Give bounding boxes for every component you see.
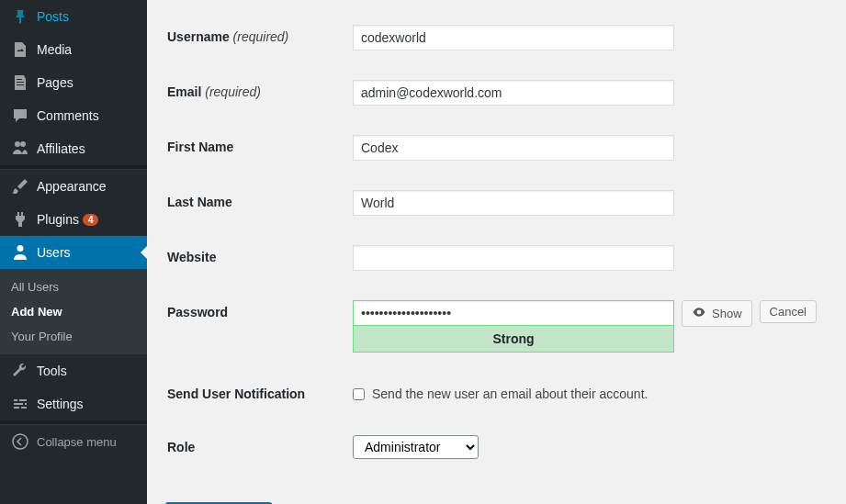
update-badge: 4	[83, 214, 99, 226]
username-label: Username (required)	[167, 11, 342, 64]
pin-icon	[11, 7, 29, 26]
sidebar-item-label: Plugins	[37, 212, 79, 227]
email-label: Email (required)	[167, 66, 342, 119]
role-label: Role	[167, 421, 342, 473]
password-strength: Strong	[353, 325, 674, 353]
notification-label: Send User Notification	[167, 368, 342, 420]
sidebar-item-label: Settings	[37, 397, 84, 411]
email-input[interactable]	[353, 80, 674, 106]
show-password-button[interactable]: Show	[682, 300, 752, 327]
submenu-all-users[interactable]: All Users	[0, 274, 147, 299]
lastname-input[interactable]	[353, 190, 674, 216]
firstname-label: First Name	[167, 121, 342, 174]
sidebar-item-label: Users	[37, 245, 71, 260]
eye-icon	[692, 305, 706, 322]
sidebar-item-posts[interactable]: Posts	[0, 0, 147, 33]
media-icon	[11, 40, 29, 59]
password-input[interactable]	[353, 300, 674, 326]
sidebar-item-label: Posts	[37, 9, 69, 24]
sidebar-item-label: Appearance	[37, 179, 107, 194]
plug-icon	[11, 210, 29, 229]
collapse-icon	[11, 432, 29, 451]
sidebar-item-tools[interactable]: Tools	[0, 354, 147, 387]
submenu-your-profile[interactable]: Your Profile	[0, 324, 147, 349]
sidebar-item-pages[interactable]: Pages	[0, 66, 147, 99]
page-icon	[11, 73, 29, 92]
collapse-label: Collapse menu	[37, 435, 117, 449]
collapse-menu[interactable]: Collapse menu	[0, 425, 147, 458]
sidebar-item-comments[interactable]: Comments	[0, 99, 147, 132]
website-label: Website	[167, 231, 342, 285]
sidebar-item-appearance[interactable]: Appearance	[0, 170, 147, 203]
users-submenu: All Users Add New Your Profile	[0, 269, 147, 354]
sidebar-item-label: Affiliates	[37, 141, 85, 156]
sidebar-item-label: Tools	[37, 364, 67, 378]
username-input[interactable]	[353, 25, 674, 50]
sidebar-item-media[interactable]: Media	[0, 33, 147, 66]
notification-checkbox[interactable]	[353, 388, 365, 400]
group-icon	[11, 140, 29, 158]
brush-icon	[11, 177, 29, 196]
website-input[interactable]	[353, 245, 674, 271]
sidebar-item-settings[interactable]: Settings	[0, 387, 147, 420]
sidebar-item-label: Comments	[37, 108, 99, 123]
add-user-form: Username (required) Email (required) Fir…	[165, 9, 828, 475]
sidebar-item-plugins[interactable]: Plugins 4	[0, 203, 147, 236]
firstname-input[interactable]	[353, 135, 674, 161]
svg-point-0	[13, 434, 28, 449]
sliders-icon	[11, 395, 29, 413]
user-icon	[11, 243, 29, 262]
password-label: Password	[167, 286, 342, 366]
notification-checkbox-label[interactable]: Send the new user an email about their a…	[353, 386, 817, 401]
submenu-add-new[interactable]: Add New	[0, 299, 147, 324]
role-select[interactable]: Administrator	[353, 435, 479, 459]
sidebar-item-affiliates[interactable]: Affiliates	[0, 132, 147, 165]
comment-icon	[11, 106, 29, 125]
wrench-icon	[11, 362, 29, 380]
lastname-label: Last Name	[167, 176, 342, 230]
admin-sidebar: Posts Media Pages Comments Affiliates Ap…	[0, 0, 147, 504]
sidebar-item-label: Media	[37, 42, 72, 57]
main-content: Username (required) Email (required) Fir…	[147, 0, 846, 504]
cancel-password-button[interactable]: Cancel	[760, 300, 817, 323]
sidebar-item-label: Pages	[37, 75, 73, 90]
sidebar-item-users[interactable]: Users	[0, 236, 147, 269]
